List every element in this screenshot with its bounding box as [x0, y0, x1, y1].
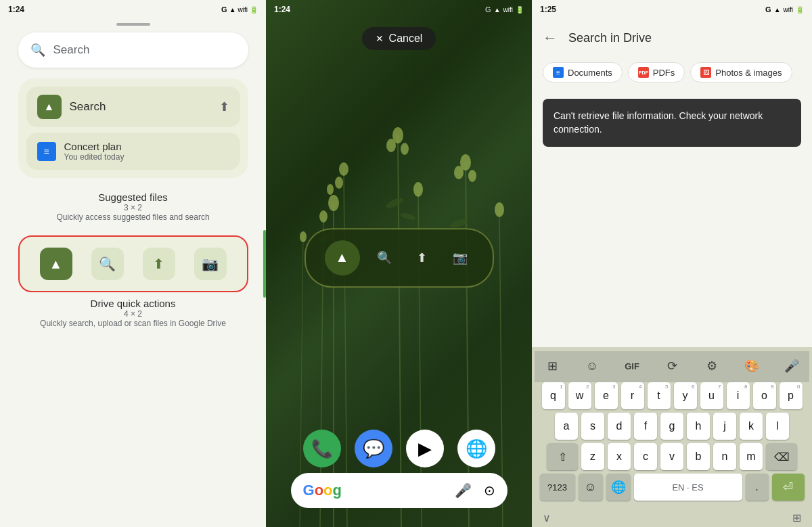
upload-icon-qa: ⬆	[153, 256, 164, 272]
search-bar-2[interactable]: Goog 🎤 ⊙	[291, 473, 508, 508]
qa-upload-icon[interactable]: ⬆	[143, 248, 175, 280]
key-shift[interactable]: ⇧	[547, 443, 578, 470]
key-period[interactable]: .	[746, 474, 769, 501]
qa-camera-icon[interactable]: 📷	[194, 248, 227, 280]
qa-drive-icon[interactable]: ▲	[40, 248, 72, 280]
cancel-x-icon: ✕	[376, 33, 384, 44]
key-f[interactable]: f	[634, 413, 657, 440]
key-globe[interactable]: 🌐	[606, 474, 631, 501]
key-p[interactable]: p0	[780, 382, 803, 409]
search-icon-floating[interactable]: 🔍	[371, 244, 398, 271]
upload-icon-floating[interactable]: ⬆	[409, 244, 436, 271]
filter-photos[interactable]: 🖼 Photos & images	[690, 62, 792, 83]
keyboard-settings-icon[interactable]: ⚙	[700, 354, 724, 378]
quick-actions-desc: Quickly search, upload or scan files in …	[18, 319, 248, 328]
keyboard-emoji-icon[interactable]: ☺	[580, 354, 604, 378]
cancel-button[interactable]: ✕ Cancel	[362, 27, 436, 50]
status-bar-3: 1:25 G ▲ wifi 🔋	[532, 0, 812, 19]
keyboard-grid-bottom-icon[interactable]: ⊞	[792, 511, 801, 524]
key-o[interactable]: o9	[753, 382, 776, 409]
key-g[interactable]: g	[660, 413, 683, 440]
key-e[interactable]: e3	[595, 382, 618, 409]
svg-point-10	[319, 210, 328, 223]
status-bar-1: 1:24 G ▲ wifi 🔋	[0, 0, 266, 19]
key-enter[interactable]: ⏎	[772, 474, 805, 501]
key-d[interactable]: d	[608, 413, 631, 440]
g-icon-2: G	[485, 5, 491, 14]
key-h[interactable]: h	[687, 413, 710, 440]
filter-row: ≡ Documents PDF PDFs 🖼 Photos & images	[532, 57, 812, 88]
drive-main-icon[interactable]: ▲	[325, 240, 360, 275]
back-button[interactable]: ←	[543, 29, 558, 47]
key-z[interactable]: z	[581, 443, 604, 470]
drive-icon-search: ▲	[37, 95, 62, 119]
svg-point-11	[327, 184, 334, 195]
key-v[interactable]: v	[660, 443, 683, 470]
svg-point-18	[468, 170, 476, 182]
key-m[interactable]: m	[740, 443, 763, 470]
keyboard-gif-icon[interactable]: GIF	[620, 354, 644, 378]
key-s[interactable]: s	[581, 413, 604, 440]
key-q[interactable]: q1	[542, 382, 565, 409]
widget-search-item[interactable]: ▲ Search ⬆	[26, 87, 240, 127]
dock-phone-icon[interactable]: 📞	[303, 430, 341, 467]
key-y[interactable]: y6	[674, 382, 697, 409]
keyboard-theme-icon[interactable]: 🎨	[740, 354, 764, 378]
dock-messages-icon[interactable]: 💬	[355, 430, 392, 467]
search-icon-float: 🔍	[377, 250, 392, 265]
key-emoji[interactable]: ☺	[579, 474, 603, 501]
status-bar-2: 1:24 G ▲ wifi 🔋	[266, 0, 532, 19]
search-icon-1: 🔍	[30, 43, 45, 58]
keyboard-translate-icon[interactable]: ⟳	[660, 354, 684, 378]
wifi-icon-1: wifi	[238, 6, 248, 14]
key-n[interactable]: n	[713, 443, 736, 470]
svg-point-8	[328, 195, 339, 211]
upload-icon-1[interactable]: ⬆	[219, 99, 229, 114]
key-backspace[interactable]: ⌫	[766, 443, 797, 470]
keyboard: ⊞ ☺ GIF ⟳ ⚙ 🎨 🎤 q1 w2 e3 r4 t5 y6 u7 i8 …	[532, 347, 812, 508]
filter-documents[interactable]: ≡ Documents	[543, 62, 623, 83]
widget-concert-item[interactable]: ≡ Concert plan You edited today	[26, 133, 240, 170]
key-k[interactable]: k	[740, 413, 763, 440]
lens-icon[interactable]: ⊙	[484, 482, 495, 499]
chrome-icon: 🌐	[466, 438, 487, 459]
qa-search-icon[interactable]: 🔍	[91, 248, 124, 280]
battery-icon-2: 🔋	[516, 6, 524, 14]
filter-pdfs[interactable]: PDF PDFs	[628, 62, 685, 83]
svg-point-15	[386, 139, 396, 152]
key-a[interactable]: a	[555, 413, 578, 440]
status-time-1: 1:24	[8, 5, 24, 14]
dock-chrome-icon[interactable]: 🌐	[457, 430, 495, 467]
key-numbers[interactable]: ?123	[540, 474, 575, 501]
key-c[interactable]: c	[634, 443, 657, 470]
key-x[interactable]: x	[608, 443, 631, 470]
doc-icon-concert: ≡	[37, 142, 56, 161]
panel-1-widget-picker: 1:24 G ▲ wifi 🔋 🔍 Search ▲ Search ⬆ ≡	[0, 0, 266, 527]
key-j[interactable]: j	[713, 413, 736, 440]
key-w[interactable]: w2	[568, 382, 591, 409]
key-t[interactable]: t5	[648, 382, 671, 409]
phone-icon: 📞	[311, 438, 333, 459]
key-l[interactable]: l	[766, 413, 789, 440]
key-space[interactable]: EN · ES	[634, 474, 742, 501]
error-message: Can't retrieve file information. Check y…	[554, 110, 763, 135]
search-bar-1[interactable]: 🔍 Search	[18, 32, 248, 68]
key-i[interactable]: i8	[727, 382, 750, 409]
doc-lines-icon: ≡	[43, 146, 49, 157]
voice-search-icon[interactable]: 🎤	[455, 482, 472, 499]
signal-icon-2: ▲	[494, 6, 501, 14]
chevron-down-icon[interactable]: ∨	[543, 511, 551, 524]
key-u[interactable]: u7	[700, 382, 723, 409]
key-r[interactable]: r4	[621, 382, 644, 409]
camera-icon-floating[interactable]: 📷	[447, 244, 474, 271]
google-logo: Goog	[303, 482, 342, 499]
error-box: Can't retrieve file information. Check y…	[543, 99, 801, 147]
suggested-files-title: Suggested files	[56, 191, 209, 203]
svg-point-16	[413, 182, 423, 197]
dock-play-icon[interactable]: ▶	[406, 430, 444, 467]
messages-icon: 💬	[363, 438, 384, 459]
keyboard-voice-icon[interactable]: 🎤	[780, 354, 804, 378]
keyboard-grid-icon[interactable]: ⊞	[540, 354, 564, 378]
svg-point-24	[384, 196, 405, 210]
key-b[interactable]: b	[687, 443, 710, 470]
